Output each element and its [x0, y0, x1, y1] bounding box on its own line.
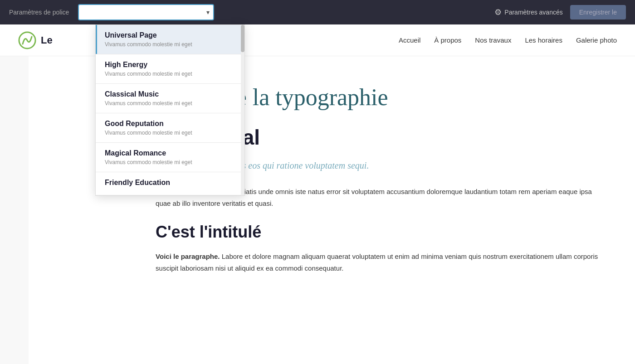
toolbar-right: ⚙ Paramètres avancés Enregistrer le [494, 5, 626, 19]
dropdown-item-title-3: Good Reputation [105, 120, 235, 128]
dropdown-item-subtitle-4: Vivamus commodo molestie mi eget [105, 159, 235, 165]
font-select-wrapper[interactable]: Universal Page [78, 4, 214, 20]
nav-apropos[interactable]: À propos [434, 36, 461, 44]
dropdown-scrollbar-thumb[interactable] [241, 25, 244, 52]
logo-text: Le [41, 34, 53, 46]
nav-horaires[interactable]: Les horaires [525, 36, 562, 44]
save-button[interactable]: Enregistrer le [570, 5, 626, 19]
dropdown-item-5[interactable]: Friendly Education [96, 172, 244, 195]
site-nav: Accueil À propos Nos travaux Les horaire… [399, 36, 617, 44]
dropdown-scrollbar[interactable] [241, 25, 244, 195]
dropdown-item-subtitle-2: Vivamus commodo molestie mi eget [105, 100, 235, 107]
dropdown-item-2[interactable]: Classical MusicVivamus commodo molestie … [96, 84, 244, 113]
dropdown-item-title-2: Classical Music [105, 90, 235, 98]
logo-icon [18, 31, 36, 49]
advanced-settings-label: Paramètres avancés [504, 9, 562, 16]
nav-galerie[interactable]: Galerie photo [576, 36, 617, 44]
dropdown-item-title-1: High Energy [105, 61, 235, 69]
advanced-settings-button[interactable]: ⚙ Paramètres avancés [494, 7, 562, 17]
dropdown-item-4[interactable]: Magical RomanceVivamus commodo molestie … [96, 143, 244, 172]
dropdown-item-1[interactable]: High EnergyVivamus commodo molestie mi e… [96, 54, 244, 84]
dropdown-item-subtitle-1: Vivamus commodo molestie mi eget [105, 71, 235, 77]
nav-accueil[interactable]: Accueil [399, 36, 420, 44]
dropdown-item-title-5: Friendly Education [105, 179, 235, 187]
section-heading: C'est l'intitulé [156, 223, 599, 242]
dropdown-item-0[interactable]: Universal PageVivamus commodo molestie m… [96, 25, 244, 54]
dropdown-item-title-4: Magical Romance [105, 149, 235, 157]
nav-travaux[interactable]: Nos travaux [475, 36, 511, 44]
gear-icon: ⚙ [494, 7, 502, 17]
paragraph-2: Voici le paragraphe. Labore et dolore ma… [156, 251, 599, 274]
toolbar: Paramètres de police Universal Page ⚙ Pa… [0, 0, 635, 24]
font-dropdown[interactable]: Universal PageVivamus commodo molestie m… [95, 24, 245, 196]
font-select-input[interactable]: Universal Page [78, 4, 214, 20]
dropdown-item-subtitle-0: Vivamus commodo molestie mi eget [105, 41, 235, 48]
sidebar-placeholder [0, 56, 29, 364]
dropdown-item-subtitle-3: Vivamus commodo molestie mi eget [105, 130, 235, 136]
dropdown-item-title-0: Universal Page [105, 31, 235, 39]
dropdown-item-3[interactable]: Good ReputationVivamus commodo molestie … [96, 113, 244, 143]
paragraph-2-bold: Voici le paragraphe. [156, 252, 220, 260]
site-logo: Le [18, 31, 53, 49]
font-settings-label: Paramètres de police [9, 9, 69, 16]
paragraph-2-rest: Labore et dolore magnam aliquam quaerat … [156, 252, 598, 272]
